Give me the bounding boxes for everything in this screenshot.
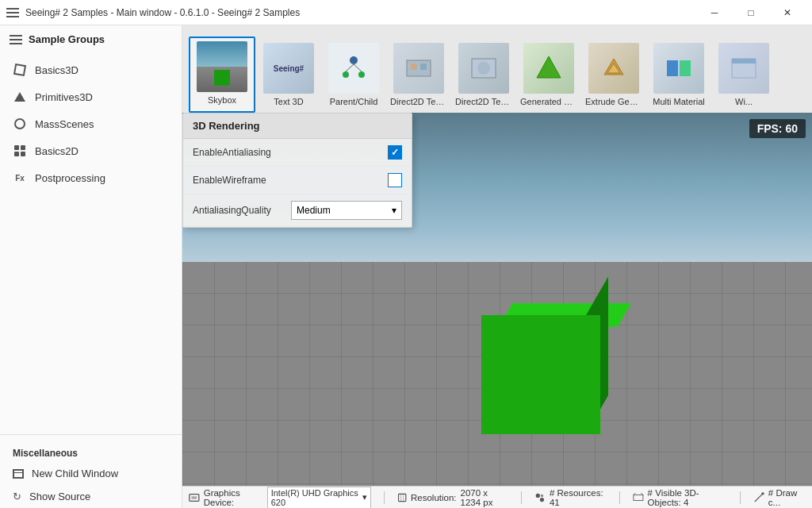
menu-toggle-icon[interactable] [10, 35, 22, 44]
graphics-device-value: Intel(R) UHD Graphics 620 [271, 488, 359, 507]
thumbnail-multimaterial[interactable]: Multi Material [647, 40, 710, 113]
sidebar-items: Basics3D Primitives3D MassScenes Basics2… [0, 53, 182, 244]
thumbnail-parentchild-label: Parent/Child [325, 97, 382, 110]
thumbnail-extrudegeometry-image [588, 43, 639, 94]
cube-geometry [481, 303, 608, 422]
sidebar-item-show-source[interactable]: ↻ Show Source [0, 485, 182, 508]
draw-icon [753, 491, 764, 504]
status-separator-1 [384, 491, 385, 504]
status-visible-objects: # Visible 3D-Objects: 4 [633, 488, 727, 507]
sidebar-header: Sample Groups [0, 25, 182, 53]
resolution-label: Resolution: [411, 493, 457, 502]
sidebar-item-basics2d[interactable]: Basics2D [0, 137, 182, 164]
window-icon [13, 469, 24, 479]
settings-row-wireframe: EnableWireframe [183, 167, 412, 194]
misc-section-label: Miscellaneous [0, 441, 182, 462]
sidebar-item-basics3d[interactable]: Basics3D [0, 56, 182, 83]
svg-point-29 [761, 492, 764, 495]
sidebar-label-basics3d: Basics3D [35, 64, 79, 76]
svg-point-24 [541, 494, 543, 496]
svg-line-3 [346, 64, 354, 71]
wireframe-label: EnableWireframe [193, 175, 378, 186]
thumbnail-generatedborder[interactable]: Generated Border [517, 40, 580, 113]
svg-rect-25 [634, 495, 643, 500]
minimize-button[interactable]: ─ [696, 0, 733, 25]
sidebar: Sample Groups Basics3D Primitives3D Mass… [0, 25, 182, 508]
content-area: Skybox Seeing# Text 3D [182, 25, 812, 508]
status-bar: Graphics Device: Intel(R) UHD Graphics 6… [182, 486, 812, 508]
thumbnail-win[interactable]: Wi... [712, 40, 776, 113]
thumbnail-extrudegeometry-label: Extrude Geometry [585, 97, 642, 110]
close-button[interactable]: ✕ [769, 0, 806, 25]
visible-objects-icon [633, 491, 644, 504]
antialiasing-checkbox[interactable] [388, 145, 402, 160]
thumbnail-direct2dtexture2-image [458, 43, 509, 94]
svg-marker-10 [537, 56, 561, 78]
chevron-down-icon: ▾ [392, 205, 396, 216]
cube-front-face [481, 315, 600, 434]
antialiasing-label: EnableAntialiasing [193, 147, 378, 158]
thumbnail-text3d[interactable]: Seeing# Text 3D [257, 40, 320, 113]
svg-rect-14 [680, 60, 691, 76]
status-graphics-device: Graphics Device: Intel(R) UHD Graphics 6… [189, 487, 371, 509]
sidebar-title: Sample Groups [29, 33, 105, 45]
fps-counter: FPS: 60 [749, 119, 806, 138]
status-separator-3 [619, 491, 620, 504]
sidebar-item-massscenes[interactable]: MassScenes [0, 110, 182, 137]
svg-point-22 [536, 493, 540, 497]
svg-point-2 [358, 71, 365, 78]
title-bar: Seeing# 2 Samples - Main window - 0.6.1.… [0, 0, 812, 25]
sidebar-label-primitives3d: Primitives3D [35, 91, 93, 103]
box-icon [13, 63, 27, 77]
thumbnail-direct2dtexture2[interactable]: Direct2D Texture 2 [452, 40, 515, 113]
fx-icon: Fx [13, 171, 27, 185]
quality-label: AntialiasingQuality [193, 205, 282, 216]
scatter-icon [13, 117, 27, 131]
thumbnail-win-image [718, 43, 769, 94]
sidebar-label-basics2d: Basics2D [35, 145, 79, 157]
svg-rect-18 [191, 496, 197, 498]
svg-point-9 [477, 62, 490, 75]
status-resolution: Resolution: 2070 x 1234 px [397, 488, 509, 507]
settings-row-antialiasing: EnableAntialiasing [183, 139, 412, 167]
thumbnail-text3d-label: Text 3D [260, 97, 317, 110]
svg-line-4 [354, 64, 362, 71]
sidebar-item-primitives3d[interactable]: Primitives3D [0, 83, 182, 110]
thumbnail-parentchild[interactable]: Parent/Child [322, 40, 385, 113]
wireframe-checkbox[interactable] [388, 173, 402, 187]
window-controls: ─ □ ✕ [696, 0, 806, 25]
quality-dropdown-value: Medium [297, 205, 331, 216]
thumbnail-direct2dtexture2-label: Direct2D Texture 2 [455, 97, 512, 110]
svg-rect-7 [420, 64, 427, 70]
sidebar-item-new-child-window[interactable]: New Child Window [0, 462, 182, 485]
visible-objects-label: # Visible 3D-Objects: 4 [648, 488, 728, 507]
thumbnail-skybox[interactable]: Skybox [189, 37, 255, 113]
resources-label: # Resources: 41 [550, 488, 607, 507]
draw-label: # Draw c... [768, 488, 806, 507]
viewport: FPS: 60 3D Rendering EnableAntialiasing … [182, 113, 812, 486]
chevron-down-icon: ▾ [362, 492, 367, 502]
thumbnail-extrudegeometry[interactable]: Extrude Geometry [582, 40, 645, 113]
maximize-button[interactable]: □ [733, 0, 769, 25]
new-child-window-label: New Child Window [32, 468, 118, 479]
thumbnail-text3d-image: Seeing# [263, 43, 314, 94]
thumbnail-direct2dtexture-label: Direct2D Texture [390, 97, 447, 110]
status-resources: # Resources: 41 [534, 488, 607, 507]
status-draw-calls: # Draw c... [753, 488, 806, 507]
settings-row-quality: AntialiasingQuality Medium ▾ [183, 194, 412, 227]
quality-dropdown[interactable]: Medium ▾ [291, 201, 402, 220]
settings-panel: 3D Rendering EnableAntialiasing EnableWi… [182, 113, 412, 228]
graphics-device-dropdown[interactable]: Intel(R) UHD Graphics 620 ▾ [267, 487, 371, 509]
thumbnail-direct2dtexture[interactable]: Direct2D Texture [387, 40, 450, 113]
resolution-value: 2070 x 1234 px [461, 488, 509, 507]
svg-rect-19 [398, 494, 405, 501]
thumbnail-generatedborder-label: Generated Border [520, 97, 577, 110]
sidebar-item-postprocessing[interactable]: Fx Postprocessing [0, 164, 182, 191]
show-source-label: Show Source [29, 491, 90, 502]
thumbnail-generatedborder-image [523, 43, 574, 94]
status-separator-4 [740, 491, 741, 504]
thumbnail-win-label: Wi... [715, 97, 772, 110]
svg-point-23 [540, 498, 544, 502]
settings-panel-title: 3D Rendering [183, 114, 412, 139]
resolution-icon [397, 491, 407, 504]
